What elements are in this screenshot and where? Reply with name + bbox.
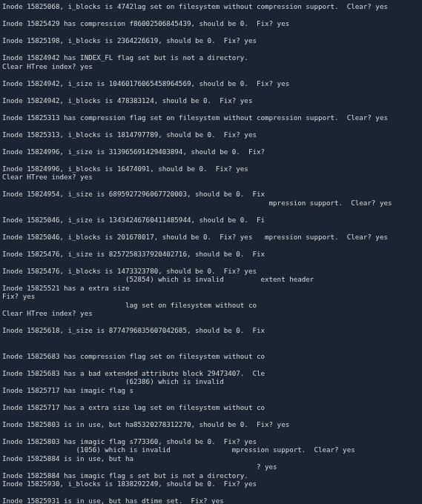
- terminal-line: [2, 428, 420, 437]
- terminal-line: Inode 15825683 has compression flag set …: [2, 352, 420, 361]
- terminal-line: [2, 45, 420, 54]
- terminal-line: [2, 343, 420, 352]
- terminal-line: Inode 15824996, i_size is 31396569142940…: [2, 147, 420, 156]
- terminal-line: mpression support. Clear? yes: [2, 199, 420, 208]
- terminal-line: Inode 15825046, i_blocks is 201678017, s…: [2, 233, 420, 242]
- terminal-line: Inode 15824996, i_blocks is 16474091, sh…: [2, 165, 420, 173]
- terminal-line: Inode 15825931 is in use, but has dtime …: [2, 497, 420, 504]
- terminal-line: (1056) which is invalid mpression suppor…: [2, 445, 420, 454]
- terminal-line: Inode 15825476, i_blocks is 1473323780, …: [2, 267, 420, 276]
- terminal-line: Inode 15824942, i_size is 10460176065458…: [2, 79, 420, 88]
- terminal-line: Inode 15824954, i_size is 68959272960677…: [2, 190, 420, 199]
- terminal-line: Inode 15825930, i_blocks is 1838292249, …: [2, 480, 420, 488]
- terminal-line: Inode 15825717 has a extra size lag set …: [2, 403, 420, 412]
- terminal-line: [2, 207, 420, 216]
- terminal-line: Inode 15824942, i_blocks is 478383124, s…: [2, 96, 420, 105]
- terminal-line: lag set on filesystem without co: [2, 301, 420, 310]
- terminal-line: [2, 488, 420, 497]
- terminal-line: [2, 318, 420, 327]
- terminal-line: [2, 11, 420, 20]
- terminal-line: [2, 224, 420, 233]
- terminal-line: [2, 105, 420, 113]
- terminal-line: [2, 394, 420, 403]
- terminal-line: [2, 139, 420, 147]
- terminal-line: Inode 15825884 is in use, but ha: [2, 454, 420, 463]
- terminal-line: Fix? yes: [2, 292, 420, 301]
- terminal-line: [2, 156, 420, 165]
- terminal-line: Inode 15825803 has imagic flag s773360, …: [2, 437, 420, 446]
- terminal-line: [2, 360, 420, 369]
- terminal-line: Inode 15825717 has imagic flag s: [2, 386, 420, 395]
- terminal-line: Inode 15825313 has compression flag set …: [2, 113, 420, 122]
- terminal-line: [2, 182, 420, 190]
- terminal-output: Inode 15825068, i_blocks is 4742lag set …: [2, 2, 420, 504]
- terminal-line: Inode 15825884 has imagic flag s set but…: [2, 471, 420, 480]
- terminal-line: Clear HTree index? yes: [2, 309, 420, 318]
- terminal-line: Inode 15825476, i_size is 82572583379204…: [2, 250, 420, 259]
- terminal-line: ? yes: [2, 462, 420, 471]
- terminal-line: [2, 122, 420, 130]
- terminal-line: Clear HTree index? yes: [2, 62, 420, 71]
- terminal-line: [2, 411, 420, 420]
- terminal-line: (52854) which is invalid extent header: [2, 275, 420, 284]
- terminal-line: Clear HTree index? yes: [2, 173, 420, 182]
- terminal-line: Inode 15825521 has a extra size: [2, 284, 420, 293]
- terminal-line: [2, 87, 420, 96]
- terminal-line: [2, 241, 420, 250]
- terminal-line: Inode 15825198, i_blocks is 2364226619, …: [2, 36, 420, 45]
- terminal-line: Inode 15825803 is in use, but ha85320278…: [2, 420, 420, 429]
- terminal-line: (62386) which is invalid: [2, 377, 420, 386]
- terminal-line: [2, 70, 420, 79]
- terminal-line: Inode 15825683 has a bad extended attrib…: [2, 369, 420, 378]
- terminal-line: Inode 15825313, i_blocks is 1814797789, …: [2, 130, 420, 139]
- terminal-line: Inode 15825618, i_size is 87747968356070…: [2, 326, 420, 335]
- terminal-line: [2, 335, 420, 344]
- terminal-line: Inode 15824942 has INDEX_FL flag set but…: [2, 53, 420, 62]
- terminal-line: [2, 28, 420, 37]
- terminal-line: [2, 258, 420, 267]
- terminal-line: Inode 15825068, i_blocks is 4742lag set …: [2, 2, 420, 11]
- terminal-line: Inode 15825429 has compression f86002506…: [2, 19, 420, 28]
- terminal-line: Inode 15825046, i_size is 13434246760411…: [2, 216, 420, 225]
